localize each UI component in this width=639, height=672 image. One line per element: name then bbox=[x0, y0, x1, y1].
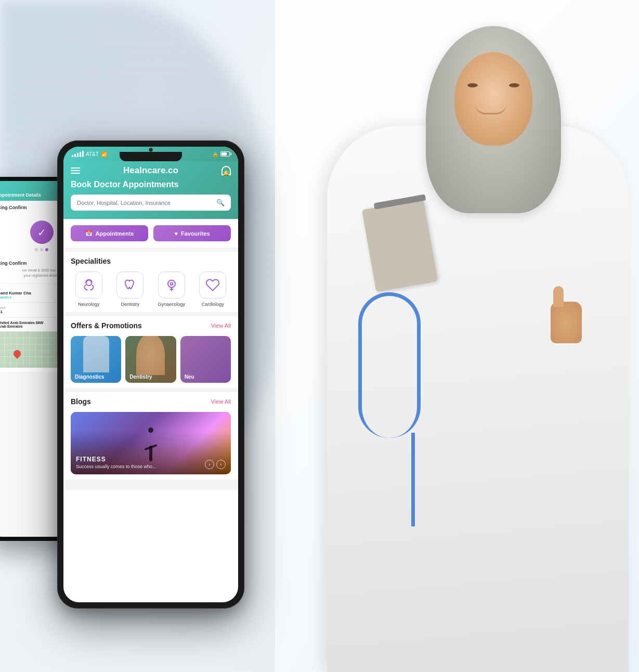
battery-icon bbox=[220, 151, 230, 157]
calendar-icon: 📅 bbox=[85, 230, 93, 237]
menu-button[interactable] bbox=[71, 167, 80, 174]
appointments-button[interactable]: 📅 Appointments bbox=[71, 225, 148, 241]
offer-diagnostics-bg: Diagnostics bbox=[71, 336, 121, 383]
app-header-top: Healncare.co 🔔 bbox=[71, 165, 231, 176]
app-title: Healncare.co bbox=[123, 165, 178, 176]
blog-fitness-card[interactable]: FITNESS Success usually comes to those w… bbox=[71, 412, 231, 474]
blog-navigation: ‹ › bbox=[205, 460, 226, 469]
tablet-header-text: ppointment Details bbox=[0, 192, 41, 198]
offer-diagnostics-label: Diagnostics bbox=[75, 374, 105, 380]
blogs-title: Blogs bbox=[71, 397, 91, 406]
blog-prev-button[interactable]: ‹ bbox=[205, 460, 214, 469]
battery-fill bbox=[221, 152, 227, 156]
offers-header: Offers & Promotions View All bbox=[71, 321, 231, 330]
spec-gynaecology[interactable]: Gynaecology bbox=[153, 272, 190, 307]
gynaecology-icon bbox=[158, 272, 185, 299]
specialities-title: Specialities bbox=[71, 257, 111, 265]
section-gap-2 bbox=[63, 312, 238, 316]
search-bar[interactable]: 🔍 bbox=[71, 195, 231, 211]
check-circle-icon: ✓ bbox=[30, 221, 54, 244]
wifi-icon: 📶 bbox=[101, 151, 107, 157]
svg-point-2 bbox=[170, 282, 173, 285]
offer-neu-bg: Neu bbox=[180, 336, 231, 383]
spec-cardiology[interactable]: Cardiology bbox=[195, 272, 231, 307]
offer-diagnostics[interactable]: Diagnostics bbox=[71, 336, 121, 383]
cardiology-icon bbox=[199, 272, 226, 299]
specialities-section: Specialities bbox=[63, 252, 238, 312]
status-left: AT&T 📶 bbox=[72, 151, 107, 157]
dot-2 bbox=[40, 248, 43, 251]
notification-bell-icon[interactable]: 🔔 bbox=[221, 166, 231, 175]
search-icon: 🔍 bbox=[216, 199, 225, 206]
heart-icon: ♥ bbox=[174, 230, 178, 237]
offer-dentistry-label: Dentistry bbox=[129, 374, 152, 380]
phone-notch bbox=[120, 152, 182, 161]
offers-section: Offers & Promotions View All Diagnostics bbox=[63, 316, 238, 388]
offer-dentistry-bg: Dentistry bbox=[125, 336, 176, 383]
offer-neu[interactable]: Neu bbox=[180, 336, 231, 383]
blog-category: FITNESS bbox=[76, 456, 226, 463]
lock-icon: 🔒 bbox=[212, 151, 218, 157]
favourites-button[interactable]: ♥ Favourites bbox=[153, 225, 231, 241]
phone-outer: AT&T 📶 12:34 PM 🔒 bbox=[57, 140, 244, 609]
blog-next-button[interactable]: › bbox=[216, 460, 226, 469]
favourites-label: Favourites bbox=[181, 230, 210, 237]
dots-row bbox=[35, 248, 48, 251]
app-header: Healncare.co 🔔 Book Doctor Appointments … bbox=[63, 161, 238, 219]
app-subtitle: Book Doctor Appointments bbox=[71, 180, 231, 189]
blogs-view-all[interactable]: View All bbox=[211, 398, 231, 405]
phone-mockup: AT&T 📶 12:34 PM 🔒 bbox=[57, 140, 244, 609]
offers-view-all[interactable]: View All bbox=[211, 322, 231, 329]
quick-actions: 📅 Appointments ♥ Favourites bbox=[63, 219, 238, 248]
dentistry-label: Dentistry bbox=[121, 302, 139, 307]
gynaecology-label: Gynaecology bbox=[158, 302, 185, 307]
offer-dentistry[interactable]: Dentistry bbox=[125, 336, 176, 383]
blogs-section: Blogs View All bbox=[63, 392, 238, 480]
dot-3 bbox=[45, 248, 48, 251]
carrier-text: AT&T bbox=[86, 151, 99, 157]
offer-neu-label: Neu bbox=[185, 374, 194, 380]
blog-description: Success usually comes to those who... bbox=[76, 464, 226, 469]
offers-title: Offers & Promotions bbox=[71, 321, 142, 330]
dentistry-icon bbox=[116, 272, 144, 299]
svg-point-1 bbox=[168, 280, 175, 288]
signal-icon bbox=[72, 151, 84, 157]
section-gap-1 bbox=[63, 248, 238, 252]
phone-camera bbox=[149, 148, 153, 152]
offers-grid: Diagnostics Dentistry bbox=[71, 336, 231, 383]
specialities-grid: Neurology Dentistry bbox=[71, 272, 231, 307]
neurology-icon bbox=[75, 272, 102, 299]
blogs-header: Blogs View All bbox=[71, 397, 231, 406]
section-gap-3 bbox=[63, 388, 238, 392]
status-right: 🔒 bbox=[212, 151, 230, 157]
dot-1 bbox=[35, 248, 38, 251]
cardiology-label: Cardiology bbox=[202, 302, 224, 307]
phone-content-scroll[interactable]: Healncare.co 🔔 Book Doctor Appointments … bbox=[63, 161, 238, 602]
spec-dentistry[interactable]: Dentistry bbox=[112, 272, 149, 307]
phone-screen: AT&T 📶 12:34 PM 🔒 bbox=[63, 147, 238, 602]
neurology-label: Neurology bbox=[78, 302, 99, 307]
specialities-header: Specialities bbox=[71, 257, 231, 265]
doctor-image bbox=[285, 0, 639, 672]
section-gap-4 bbox=[63, 480, 238, 490]
appointments-label: Appointments bbox=[96, 230, 134, 237]
search-input[interactable] bbox=[77, 200, 212, 206]
spec-neurology[interactable]: Neurology bbox=[71, 272, 107, 307]
